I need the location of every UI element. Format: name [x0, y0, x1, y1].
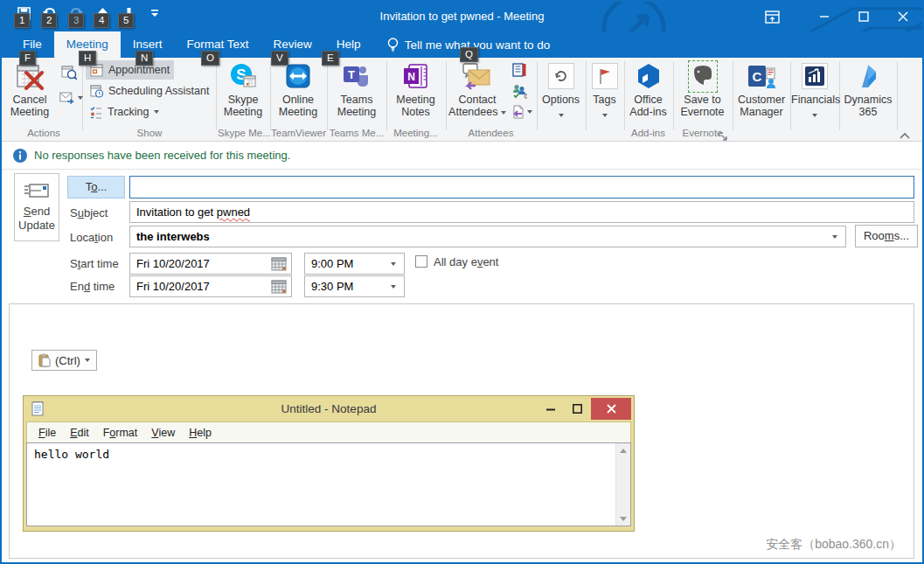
scheduling-assistant-button[interactable]: Scheduling Assistant	[86, 81, 213, 101]
group-teamviewer: Online Meeting TeamViewer	[271, 58, 325, 141]
respond-button[interactable]	[508, 103, 536, 121]
cancel-meeting-icon	[16, 62, 44, 90]
keytip-tell-me: Q	[460, 47, 478, 62]
end-time-dropdown-caret[interactable]	[391, 285, 396, 289]
contact-attendees-dropdown-caret	[501, 111, 506, 115]
notepad-menu-format[interactable]: Format	[96, 427, 145, 439]
notepad-minimize-button[interactable]	[537, 398, 564, 420]
address-book-icon	[512, 63, 527, 77]
end-date-picker-icon[interactable]	[271, 280, 287, 294]
cancel-meeting-button[interactable]: Cancel Meeting	[5, 60, 54, 118]
skype-meeting-button[interactable]: S Skype Meeting	[218, 60, 268, 118]
office-addins-button[interactable]: Office Add-ins	[625, 60, 671, 118]
location-label: Location	[70, 231, 113, 244]
teams-meeting-button[interactable]: T Teams Meeting	[329, 60, 385, 118]
notepad-maximize-icon	[573, 404, 582, 414]
close-icon	[898, 11, 908, 22]
location-dropdown-caret[interactable]	[832, 235, 837, 239]
notepad-menu-file[interactable]: File	[31, 427, 63, 439]
teams-icon: T	[342, 63, 372, 89]
lightbulb-icon	[387, 38, 399, 52]
tags-button[interactable]: Tags	[587, 60, 622, 121]
dynamics-365-button[interactable]: Dynamics 365	[840, 60, 896, 118]
subject-field[interactable]: Invitation to get pwned	[129, 201, 914, 223]
tracking-dropdown-caret	[154, 110, 159, 114]
group-label-teams: Teams Me...	[329, 128, 385, 138]
options-button[interactable]: Options	[538, 60, 584, 121]
info-bar: No responses have been received for this…	[2, 142, 922, 170]
send-update-button[interactable]: Send Update	[14, 173, 59, 241]
to-button[interactable]: To...	[67, 176, 125, 198]
office-addins-icon	[635, 62, 663, 90]
end-time-field[interactable]: 9:30 PM	[304, 275, 405, 297]
to-field[interactable]	[129, 176, 914, 198]
forward-meeting-button[interactable]	[58, 89, 84, 107]
dynamics-365-icon	[855, 63, 881, 89]
envelope-forward-icon	[59, 92, 75, 104]
end-date-field[interactable]: Fri 10/20/2017	[129, 275, 292, 297]
notepad-menu-bar: File Edit Format View Help	[26, 421, 631, 442]
notepad-menu-edit[interactable]: Edit	[63, 427, 96, 439]
minimize-button[interactable]	[804, 2, 844, 31]
financials-icon	[805, 66, 824, 86]
svg-text:N: N	[407, 71, 415, 83]
notepad-maximize-button[interactable]	[564, 398, 591, 420]
start-time-label: Start time	[70, 257, 119, 270]
meeting-body[interactable]: (Ctrl) Untitled - Notepad File Edit Form…	[9, 303, 914, 559]
notepad-title-bar[interactable]: Untitled - Notepad	[24, 396, 634, 421]
tracking-icon	[90, 106, 102, 119]
save-to-evernote-button[interactable]: Save to Evernote	[674, 60, 731, 118]
scroll-down-button[interactable]	[616, 512, 630, 526]
financials-dropdown-caret	[812, 114, 817, 117]
check-names-button[interactable]: @	[510, 82, 529, 100]
start-date-picker-icon[interactable]	[271, 257, 287, 271]
meeting-notes-button[interactable]: N Meeting Notes	[387, 60, 444, 118]
notepad-close-button[interactable]	[591, 398, 631, 420]
notepad-scrollbar[interactable]	[615, 443, 630, 526]
start-date-field[interactable]: Fri 10/20/2017	[129, 253, 292, 275]
start-time-dropdown-caret[interactable]	[391, 262, 396, 266]
scroll-up-button[interactable]	[616, 443, 630, 457]
address-book-button[interactable]	[510, 61, 529, 79]
evernote-dialog-launcher[interactable]	[719, 129, 727, 137]
group-label-actions: Actions	[5, 128, 82, 138]
notepad-window-controls	[537, 398, 631, 420]
contact-attendees-button[interactable]: Contact Attendees	[447, 60, 508, 118]
flag-icon	[597, 67, 613, 85]
group-teams: T Teams Meeting Teams Me...	[329, 58, 385, 141]
tags-dropdown-caret	[602, 114, 608, 117]
financials-button[interactable]: Financials	[791, 60, 837, 121]
notepad-text-area[interactable]: hello world	[26, 442, 631, 526]
maximize-button[interactable]	[844, 2, 883, 31]
rooms-button[interactable]: Rooms...	[855, 225, 918, 247]
notepad-menu-help[interactable]: Help	[182, 427, 219, 439]
location-field[interactable]: the interwebs	[129, 226, 846, 247]
title-bar: Invitation to get pwned - Meeting	[2, 2, 922, 31]
options-dropdown-caret	[559, 114, 564, 117]
ribbon-display-options-icon	[765, 10, 780, 24]
group-customer-manager: C Customer Manager	[734, 58, 789, 141]
paste-options-button[interactable]: (Ctrl)	[31, 350, 97, 371]
options-recurrence-icon	[552, 67, 570, 85]
notepad-menu-view[interactable]: View	[144, 427, 182, 439]
paste-options-label: (Ctrl)	[55, 354, 80, 367]
online-meeting-button[interactable]: Online Meeting	[271, 60, 325, 118]
group-actions: Cancel Meeting Actions	[5, 58, 82, 141]
all-day-checkbox[interactable]	[415, 255, 427, 268]
collapse-ribbon-button[interactable]	[900, 127, 910, 134]
close-button[interactable]	[883, 2, 922, 31]
appointment-button[interactable]: Appointment	[86, 60, 174, 80]
start-time-field[interactable]: 9:00 PM	[304, 253, 405, 275]
keytip-3: 3	[68, 13, 84, 28]
group-label-teamviewer: TeamViewer	[271, 128, 325, 138]
calendar-details-button[interactable]	[59, 63, 79, 80]
tracking-button[interactable]: Tracking	[86, 102, 163, 122]
ribbon-display-options-button[interactable]	[753, 2, 792, 31]
respond-icon	[512, 105, 525, 119]
group-skype: S Skype Meeting Skype Me...	[218, 58, 268, 141]
respond-dropdown-caret	[527, 110, 532, 114]
notepad-close-icon	[607, 404, 616, 414]
customer-manager-button[interactable]: C Customer Manager	[734, 60, 789, 118]
misspelled-word: pwned	[217, 205, 250, 219]
paste-options-caret	[85, 359, 90, 362]
